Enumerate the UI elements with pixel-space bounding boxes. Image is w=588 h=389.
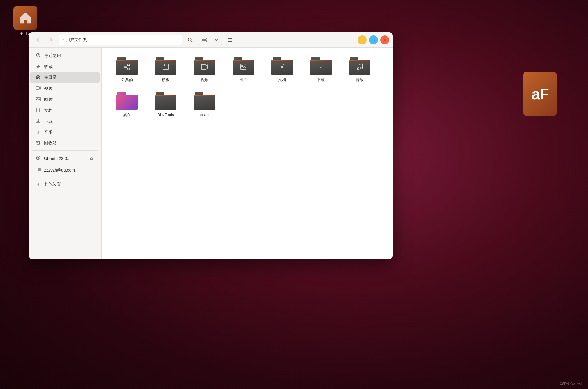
sidebar-divider	[32, 150, 98, 151]
sidebar-label-music: 音乐	[44, 130, 95, 135]
sidebar-label-pictures: 图片	[44, 97, 95, 102]
folder-desktop[interactable]: 桌面	[109, 89, 145, 121]
home-icon	[35, 75, 41, 81]
file-grid: 公共的	[109, 54, 386, 121]
folder-desktop-label: 桌面	[123, 112, 131, 118]
folder-music[interactable]: 音乐	[342, 54, 378, 86]
maximize-button[interactable]: □	[369, 35, 378, 44]
minimize-button[interactable]: −	[358, 35, 367, 44]
folder-public-label: 公共的	[121, 78, 133, 83]
star-icon: ★	[35, 64, 41, 70]
folder-videos-label: 视频	[201, 78, 208, 83]
back-button[interactable]	[32, 35, 43, 45]
svg-rect-28	[163, 64, 168, 70]
sidebar-label-recent: 最近使用	[44, 53, 95, 58]
view-toggle-group	[198, 35, 222, 45]
folder-public[interactable]: 公共的	[109, 54, 145, 86]
music-icon: ♪	[35, 130, 41, 135]
folder-videos[interactable]: 视频	[187, 54, 222, 86]
svg-point-0	[188, 38, 191, 41]
folder-snap-label: snap	[200, 112, 209, 118]
sidebar-item-ubuntu[interactable]: Ubuntu 22.0...	[30, 152, 100, 164]
sidebar-label-trash: 回收站	[44, 141, 95, 146]
sidebar-label-other: 其他位置	[44, 182, 95, 187]
svg-rect-4	[202, 41, 206, 42]
downloads-icon	[35, 119, 41, 125]
folder-pictures-label: 图片	[239, 78, 247, 83]
titlebar: ⌂ 用户文件夹 ⋮	[29, 32, 393, 48]
folder-blitztools-label: BlitzTools	[158, 112, 174, 118]
folder-documents[interactable]: 文档	[264, 54, 300, 86]
sidebar-label-videos: 视频	[44, 86, 95, 91]
folder-music-label: 音乐	[356, 78, 364, 83]
svg-line-27	[126, 65, 128, 67]
svg-point-24	[124, 66, 126, 68]
file-manager-window: ⌂ 用户文件夹 ⋮	[29, 32, 393, 259]
svg-line-26	[126, 67, 128, 69]
sidebar-item-videos[interactable]: 视频	[30, 83, 100, 94]
folder-pictures[interactable]: 图片	[225, 54, 261, 86]
forward-button[interactable]	[45, 35, 56, 45]
documents-icon	[35, 108, 41, 114]
folder-snap[interactable]: snap	[187, 89, 222, 121]
main-content: 公共的	[102, 48, 393, 259]
af-badge: aF	[523, 72, 557, 116]
sidebar-label-starred: 收藏	[44, 64, 95, 70]
sidebar-label-downloads: 下载	[44, 119, 95, 124]
address-bar-menu-button[interactable]: ⋮	[171, 36, 179, 44]
close-button[interactable]: ×	[380, 35, 389, 44]
folder-templates[interactable]: 模板	[148, 54, 184, 86]
sidebar-item-pictures[interactable]: 图片	[30, 94, 100, 105]
folder-blitztools[interactable]: BlitzTools	[148, 89, 184, 121]
desktop-icon[interactable]: 主目录	[12, 6, 39, 36]
folder-documents-label: 文档	[278, 78, 286, 83]
svg-rect-2	[202, 38, 206, 39]
folder-templates-label: 模板	[162, 78, 170, 83]
ubuntu-icon	[35, 155, 41, 161]
sidebar-label-ubuntu: Ubuntu 22.0...	[44, 156, 85, 161]
svg-rect-31	[201, 64, 206, 69]
folder-downloads[interactable]: 下载	[303, 54, 339, 86]
trash-icon	[35, 140, 41, 146]
svg-point-37	[361, 67, 362, 69]
sidebar-divider-2	[32, 177, 98, 177]
other-plus-icon: +	[35, 182, 41, 187]
view-list-button[interactable]	[198, 35, 210, 45]
sidebar-item-home[interactable]: 主目录	[30, 72, 100, 83]
account-icon	[35, 167, 41, 173]
svg-point-23	[128, 64, 130, 66]
sidebar-item-downloads[interactable]: 下载	[30, 116, 100, 127]
address-bar[interactable]: ⌂ 用户文件夹 ⋮	[59, 35, 182, 45]
eject-button[interactable]	[88, 155, 95, 162]
sidebar-label-account: zzzyzh@qq.com	[44, 168, 95, 172]
sidebar-item-recent[interactable]: 最近使用	[30, 50, 100, 61]
svg-point-16	[36, 156, 40, 160]
svg-rect-9	[36, 87, 39, 89]
folder-downloads-label: 下载	[317, 78, 325, 83]
svg-line-1	[191, 41, 193, 42]
pictures-icon	[35, 97, 41, 103]
video-icon	[35, 86, 41, 92]
hamburger-menu-button[interactable]	[225, 35, 235, 45]
svg-point-17	[38, 157, 39, 158]
svg-point-36	[357, 68, 359, 70]
sidebar-item-trash[interactable]: 回收站	[30, 138, 100, 149]
svg-point-25	[128, 68, 130, 70]
sidebar-item-other[interactable]: + 其他位置	[30, 179, 100, 189]
view-chevron-button[interactable]	[210, 35, 222, 45]
sidebar: 最近使用 ★ 收藏 主目录	[29, 48, 102, 259]
watermark: CSDN @zzzyzh	[560, 382, 583, 385]
window-body: 最近使用 ★ 收藏 主目录	[29, 48, 393, 259]
sidebar-label-home: 主目录	[44, 75, 95, 80]
svg-rect-3	[202, 40, 206, 41]
sidebar-label-documents: 文档	[44, 108, 95, 113]
sidebar-item-starred[interactable]: ★ 收藏	[30, 61, 100, 72]
address-home-icon: ⌂	[62, 38, 64, 42]
sidebar-item-music[interactable]: ♪ 音乐	[30, 127, 100, 138]
svg-rect-22	[38, 169, 40, 170]
recent-icon	[35, 53, 41, 59]
sidebar-item-account[interactable]: zzzyzh@qq.com	[30, 165, 100, 175]
search-button[interactable]	[185, 35, 196, 45]
address-bar-text: 用户文件夹	[66, 37, 169, 43]
sidebar-item-documents[interactable]: 文档	[30, 105, 100, 116]
